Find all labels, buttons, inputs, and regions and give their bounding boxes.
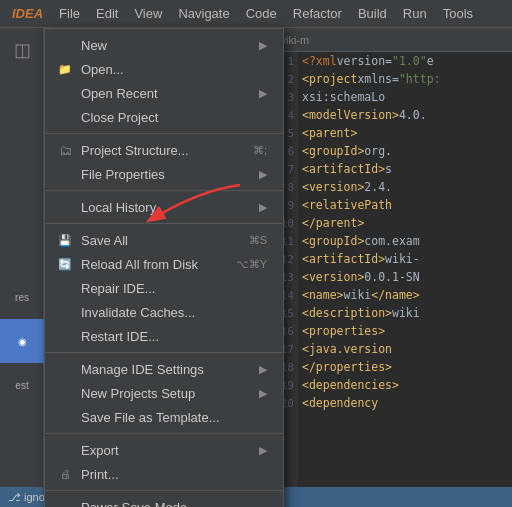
menu-label-save-template: Save File as Template... (81, 410, 220, 425)
code-line-7: <artifactId>s (302, 160, 508, 178)
arrow-icon-local-history: ▶ (259, 201, 267, 214)
menu-item-restart-ide[interactable]: Restart IDE... (45, 324, 283, 348)
shortcut-project-structure: ⌘; (253, 144, 267, 157)
manage-ide-icon (57, 361, 73, 377)
menu-label-local-history: Local History (81, 200, 156, 215)
menu-item-manage-ide[interactable]: Manage IDE Settings ▶ (45, 357, 283, 381)
menu-label-save-all: Save All (81, 233, 128, 248)
separator-3 (45, 223, 283, 224)
code-line-6: <groupId>org. (302, 142, 508, 160)
menu-item-power-save[interactable]: Power Save Mode (45, 495, 283, 507)
menu-item-local-history[interactable]: Local History ▶ (45, 195, 283, 219)
sidebar-icon-1[interactable]: ◫ (0, 28, 44, 72)
menu-item-new[interactable]: New ▶ (45, 33, 283, 57)
separator-6 (45, 490, 283, 491)
menu-item-new-projects[interactable]: New Projects Setup ▶ (45, 381, 283, 405)
code-line-20: <dependency (302, 394, 508, 412)
code-line-4: <modelVersion>4.0. (302, 106, 508, 124)
menu-label-new-projects: New Projects Setup (81, 386, 195, 401)
reload-all-icon: 🔄 (57, 256, 73, 272)
menu-label-reload-all: Reload All from Disk (81, 257, 198, 272)
save-all-icon: 💾 (57, 232, 73, 248)
menubar-tools[interactable]: Tools (435, 3, 481, 25)
arrow-icon-export: ▶ (259, 444, 267, 457)
menu-item-save-template[interactable]: Save File as Template... (45, 405, 283, 429)
arrow-icon-new-projects: ▶ (259, 387, 267, 400)
menu-label-manage-ide: Manage IDE Settings (81, 362, 204, 377)
menu-item-open-recent[interactable]: Open Recent ▶ (45, 81, 283, 105)
open-recent-icon (57, 85, 73, 101)
menu-item-invalidate-caches[interactable]: Invalidate Caches... (45, 300, 283, 324)
code-line-1: <?xml version="1.0" e (302, 52, 508, 70)
code-line-12: <artifactId>wiki- (302, 250, 508, 268)
menu-label-restart-ide: Restart IDE... (81, 329, 159, 344)
code-line-8: <version>2.4. (302, 178, 508, 196)
code-line-2: <project xmlns="http: (302, 70, 508, 88)
menu-item-save-all[interactable]: 💾 Save All ⌘S (45, 228, 283, 252)
menu-item-export[interactable]: Export ▶ (45, 438, 283, 462)
repair-ide-icon (57, 280, 73, 296)
invalidate-caches-icon (57, 304, 73, 320)
arrow-icon-manage-ide: ▶ (259, 363, 267, 376)
shortcut-reload-all: ⌥⌘Y (236, 258, 267, 271)
branch-icon: ⎇ (8, 491, 21, 504)
power-save-icon (57, 499, 73, 507)
code-line-11: <groupId>com.exam (302, 232, 508, 250)
menu-item-project-structure[interactable]: 🗂 Project Structure... ⌘; (45, 138, 283, 162)
separator-4 (45, 352, 283, 353)
menu-label-power-save: Power Save Mode (81, 500, 187, 508)
code-content[interactable]: <?xml version="1.0" e <project xmlns="ht… (298, 52, 512, 487)
menu-label-project-structure: Project Structure... (81, 143, 189, 158)
menu-label-export: Export (81, 443, 119, 458)
arrow-icon-open-recent: ▶ (259, 87, 267, 100)
new-projects-icon (57, 385, 73, 401)
sidebar-icon-res[interactable]: res (0, 275, 44, 319)
file-dropdown-menu: New ▶ 📁 Open... Open Recent ▶ Close Proj… (44, 28, 284, 507)
sidebar-icon-3[interactable]: est (0, 363, 44, 407)
restart-ide-icon (57, 328, 73, 344)
menubar-file[interactable]: File (51, 3, 88, 25)
shortcut-save-all: ⌘S (249, 234, 267, 247)
menubar-run[interactable]: Run (395, 3, 435, 25)
export-icon (57, 442, 73, 458)
code-line-9: <relativePath (302, 196, 508, 214)
menu-label-print: Print... (81, 467, 119, 482)
menubar: IDEA File Edit View Navigate Code Refact… (0, 0, 512, 28)
code-line-18: </properties> (302, 358, 508, 376)
menu-label-invalidate-caches: Invalidate Caches... (81, 305, 195, 320)
code-line-3: xsi:schemaLo (302, 88, 508, 106)
code-line-5: <parent> (302, 124, 508, 142)
menu-label-repair-ide: Repair IDE... (81, 281, 155, 296)
save-template-icon (57, 409, 73, 425)
separator-5 (45, 433, 283, 434)
menu-item-repair-ide[interactable]: Repair IDE... (45, 276, 283, 300)
menubar-code[interactable]: Code (238, 3, 285, 25)
menubar-view[interactable]: View (126, 3, 170, 25)
arrow-icon-file-props: ▶ (259, 168, 267, 181)
menu-label-close-project: Close Project (81, 110, 158, 125)
new-icon (57, 37, 73, 53)
menubar-navigate[interactable]: Navigate (170, 3, 237, 25)
left-sidebar: ◫ res ◉ est (0, 28, 44, 507)
editor-tab[interactable]: wiki-m (270, 28, 512, 52)
menubar-refactor[interactable]: Refactor (285, 3, 350, 25)
project-structure-icon: 🗂 (57, 142, 73, 158)
menubar-edit[interactable]: Edit (88, 3, 126, 25)
menu-label-open: Open... (81, 62, 124, 77)
separator-1 (45, 133, 283, 134)
menu-item-open[interactable]: 📁 Open... (45, 57, 283, 81)
editor-area: wiki-m 1 2 3 4 5 6 7 8 9 10 11 12 13 14 … (270, 28, 512, 507)
sidebar-icon-2[interactable]: ◉ (0, 319, 44, 363)
menubar-build[interactable]: Build (350, 3, 395, 25)
open-icon: 📁 (57, 61, 73, 77)
menu-item-print[interactable]: 🖨 Print... (45, 462, 283, 486)
code-line-16: <properties> (302, 322, 508, 340)
menu-item-file-properties[interactable]: File Properties ▶ (45, 162, 283, 186)
code-line-10: </parent> (302, 214, 508, 232)
code-line-19: <dependencies> (302, 376, 508, 394)
menu-item-close-project[interactable]: Close Project (45, 105, 283, 129)
print-icon: 🖨 (57, 466, 73, 482)
menu-item-reload-all[interactable]: 🔄 Reload All from Disk ⌥⌘Y (45, 252, 283, 276)
code-line-14: <name>wiki</name> (302, 286, 508, 304)
arrow-icon-new: ▶ (259, 39, 267, 52)
